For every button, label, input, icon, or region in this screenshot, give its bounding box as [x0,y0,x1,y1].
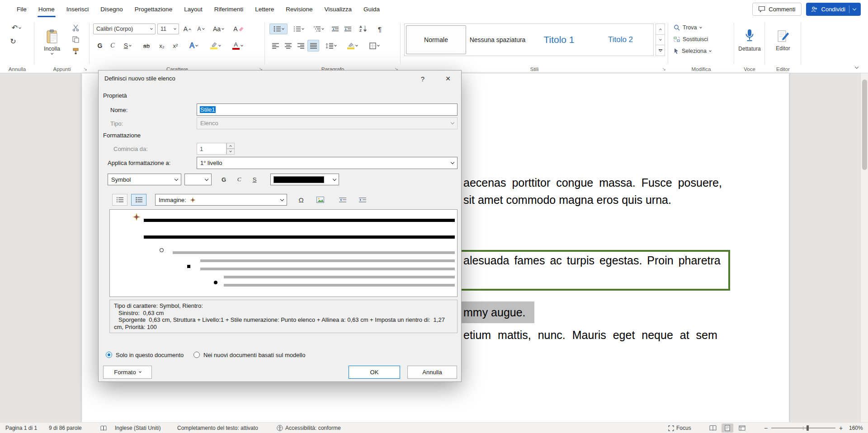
paste-button[interactable]: Incolla [39,22,65,61]
font-color-dropdown-icon[interactable] [241,44,243,47]
line-spacing-dropdown-icon[interactable] [334,44,337,47]
tab-riferimenti[interactable]: Riferimenti [208,0,250,18]
redo-button[interactable]: ↻ [6,36,20,47]
format-button[interactable]: Formato [103,366,152,379]
dictate-button[interactable]: Dettatura [740,22,760,59]
picture-bullet-combo[interactable]: Immagine: [155,194,287,206]
stili-dialog-launcher[interactable]: ↘ [662,67,666,71]
align-center-button[interactable] [282,40,294,52]
borders-dropdown-icon[interactable] [377,44,380,47]
underline-button[interactable]: S [119,40,136,52]
read-mode-button[interactable] [707,424,719,433]
superscript-button[interactable]: x² [169,40,182,52]
dialog-help-button[interactable]: ? [416,73,429,84]
zoom-level[interactable]: 160% [849,423,863,433]
comments-button[interactable]: Commenti [752,3,801,16]
font-color-button[interactable]: A [228,40,247,52]
dialog-increase-indent-button[interactable] [354,194,371,206]
increase-indent-button[interactable] [342,24,354,34]
dialog-italic-button[interactable]: C [233,174,245,185]
tab-progettazione[interactable]: Progettazione [129,0,178,18]
bullet-style-button[interactable] [131,194,146,206]
tab-home[interactable]: Home [33,0,61,18]
collapse-ribbon-icon[interactable] [855,65,859,69]
scrollbar-thumb[interactable] [862,80,867,170]
line-spacing-button[interactable] [322,40,340,52]
dialog-bold-button[interactable]: G [217,174,230,185]
style-normale[interactable]: Normale [406,25,466,54]
decrease-indent-button[interactable] [329,24,341,34]
find-button[interactable]: Trova [674,23,702,33]
style-titolo-2[interactable]: Titolo 2 [590,25,651,54]
new-documents-radio[interactable] [193,352,200,358]
dialog-underline-button[interactable]: S [248,174,261,185]
style-nessuna-spaziatura[interactable]: Nessuna spaziatura [467,25,528,54]
highlight-dropdown-icon[interactable] [218,44,221,47]
paste-dropdown-icon[interactable] [51,52,53,55]
align-right-button[interactable] [295,40,307,52]
multilevel-dropdown-icon[interactable] [321,27,324,30]
word-count[interactable]: 9 di 86 parole [49,423,82,433]
share-button[interactable]: Condividi [806,3,861,16]
align-left-button[interactable] [269,40,281,52]
accessibility-status[interactable]: Accessibilità: conforme [277,423,341,433]
proofing-status[interactable] [100,423,107,433]
name-field[interactable]: Stile1 [197,104,458,116]
styles-gallery-more[interactable] [656,45,665,56]
tab-file[interactable]: File [11,0,33,18]
dialog-close-button[interactable]: × [441,73,455,84]
select-dropdown-icon[interactable] [709,49,712,52]
copy-button[interactable] [70,34,81,44]
page-indicator[interactable]: Pagina 1 di 1 [5,423,37,433]
numbering-style-button[interactable] [112,194,127,206]
font-size-combo[interactable]: 11 [157,24,179,34]
zoom-out-button[interactable]: − [764,423,768,433]
show-formatting-button[interactable]: ¶ [373,24,386,34]
clear-formatting-button[interactable]: A [231,24,246,34]
tab-guida[interactable]: Guida [358,0,386,18]
share-dropdown-icon[interactable] [853,6,856,10]
tab-revisione[interactable]: Revisione [280,0,318,18]
spinner-down[interactable] [226,149,235,155]
borders-button[interactable] [364,40,384,52]
bullet-size-combo[interactable] [184,174,212,185]
highlight-button[interactable] [205,40,225,52]
text-predictions-indicator[interactable]: Completamento del testo: attivato [177,423,258,433]
replace-button[interactable]: Sostituisci [674,34,708,44]
type-combo[interactable]: Elenco [197,117,458,129]
bold-button[interactable]: G [94,40,106,52]
tab-visualizza[interactable]: Visualizza [319,0,358,18]
bullets-button[interactable] [269,24,288,34]
spinner-up[interactable] [226,143,235,149]
tab-layout[interactable]: Layout [178,0,208,18]
shading-dropdown-icon[interactable] [355,44,358,47]
styles-scroll-down[interactable] [656,35,665,46]
undo-button[interactable]: ↶ [6,23,26,33]
bullet-font-combo[interactable]: Symbol [108,174,181,185]
bullets-dropdown-icon[interactable] [282,27,284,30]
editor-button[interactable]: Editor [771,22,795,59]
ok-button[interactable]: OK [349,366,400,379]
numbering-button[interactable] [289,24,307,34]
find-dropdown-icon[interactable] [699,26,702,28]
multilevel-list-button[interactable] [309,24,327,34]
undo-dropdown-icon[interactable] [19,26,21,29]
vertical-scrollbar[interactable] [860,73,868,422]
only-this-document-label[interactable]: Solo in questo documento [116,352,184,358]
justify-button[interactable] [307,40,319,52]
sort-button[interactable]: AZ [355,24,371,34]
tab-inserisci[interactable]: Inserisci [61,0,95,18]
dialog-decrease-indent-button[interactable] [335,194,351,206]
zoom-in-button[interactable]: + [839,423,843,433]
language-indicator[interactable]: Inglese (Stati Uniti) [115,423,160,433]
only-this-document-radio[interactable] [106,352,112,358]
strikethrough-button[interactable]: ab [139,40,154,52]
change-case-button[interactable]: Aa [209,24,228,34]
font-color-combo[interactable] [270,174,339,185]
web-layout-button[interactable] [736,424,748,433]
italic-button[interactable]: C [107,40,118,52]
apply-to-combo[interactable]: 1° livello [197,157,458,169]
styles-scroll-up[interactable] [656,24,665,35]
zoom-slider-thumb[interactable] [807,425,809,431]
select-button[interactable]: Seleziona [674,46,711,56]
